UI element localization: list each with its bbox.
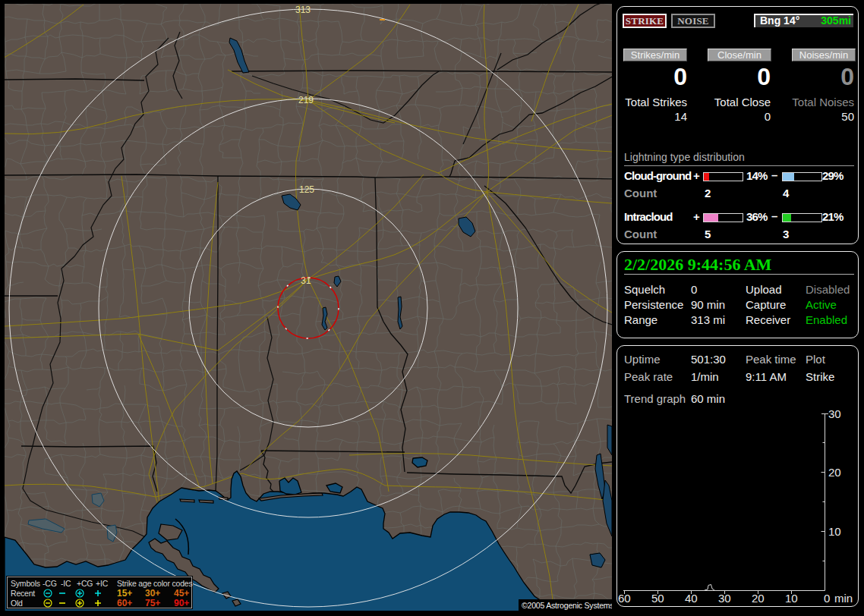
svg-text:313: 313 xyxy=(295,5,311,15)
svg-text:20: 20 xyxy=(828,466,841,479)
svg-text:40: 40 xyxy=(685,592,698,605)
svg-text:30: 30 xyxy=(828,410,841,420)
svg-text:50: 50 xyxy=(651,592,664,605)
svg-text:31: 31 xyxy=(301,275,311,286)
svg-text:60+: 60+ xyxy=(117,598,132,608)
svg-text:0: 0 xyxy=(824,592,830,605)
svg-text:30: 30 xyxy=(718,592,731,605)
svg-text:min: min xyxy=(834,592,853,605)
svg-text:45+: 45+ xyxy=(174,588,189,599)
svg-text:219: 219 xyxy=(298,95,314,105)
svg-text:30+: 30+ xyxy=(145,588,160,599)
svg-text:20: 20 xyxy=(752,592,765,605)
svg-text:90+: 90+ xyxy=(174,598,189,608)
svg-text:10: 10 xyxy=(785,592,798,605)
svg-text:125: 125 xyxy=(299,184,314,195)
svg-text:15+: 15+ xyxy=(117,588,132,599)
svg-text:60: 60 xyxy=(618,592,631,605)
svg-text:75+: 75+ xyxy=(145,598,160,608)
svg-text:10: 10 xyxy=(828,525,841,538)
